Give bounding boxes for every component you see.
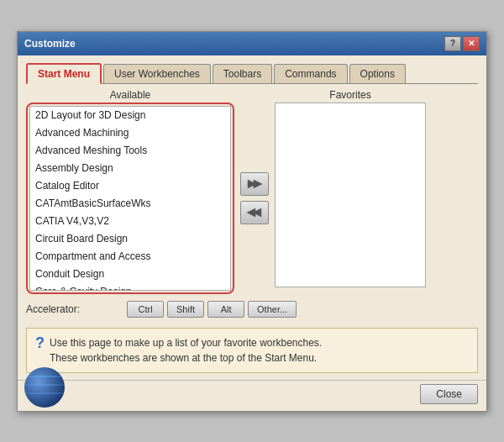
list-item[interactable]: CATAmtBasicSurfaceWks	[30, 195, 230, 213]
info-text-line1: Use this page to make up a list of your …	[50, 335, 322, 350]
close-x-icon: ✕	[468, 39, 475, 48]
tab-user-workbenches[interactable]: User Workbenches	[103, 64, 211, 83]
move-left-button[interactable]	[240, 201, 269, 224]
available-list-box[interactable]: 2D Layout for 3D DesignAdvanced Machinin…	[29, 106, 231, 291]
alt-button[interactable]: Alt	[207, 301, 244, 318]
title-bar-buttons: ? ✕	[444, 36, 480, 51]
list-item[interactable]: Advanced Machining	[30, 124, 230, 142]
help-button[interactable]: ?	[444, 36, 461, 51]
accelerator-row: Accelerator: Ctrl Shift Alt Other...	[26, 297, 478, 321]
favorites-scroll[interactable]	[276, 103, 425, 287]
title-bar: Customize ? ✕	[18, 32, 486, 55]
favorites-header: Favorites	[275, 89, 426, 101]
list-item[interactable]: Core & Cavity Design	[30, 283, 230, 290]
list-item[interactable]: Advanced Meshing Tools	[30, 142, 230, 160]
tab-bar: Start Menu User Workbenches Toolbars Com…	[26, 62, 478, 84]
svg-marker-3	[247, 208, 255, 217]
tab-start-menu[interactable]: Start Menu	[26, 63, 102, 84]
dialog-title: Customize	[24, 38, 76, 50]
available-scroll[interactable]: 2D Layout for 3D DesignAdvanced Machinin…	[30, 107, 230, 290]
transfer-arrows	[238, 89, 271, 291]
available-header: Available	[26, 89, 234, 101]
available-frame: 2D Layout for 3D DesignAdvanced Machinin…	[26, 103, 234, 294]
info-box: ? Use this page to make up a list of you…	[26, 328, 478, 373]
ctrl-button[interactable]: Ctrl	[127, 301, 164, 318]
tab-options[interactable]: Options	[349, 64, 406, 83]
customize-dialog: Customize ? ✕ Start Menu User Workbenche…	[17, 31, 487, 412]
key-buttons: Ctrl Shift Alt Other...	[127, 301, 297, 318]
favorites-list-box[interactable]	[275, 103, 426, 287]
close-dialog-button[interactable]: Close	[420, 384, 478, 404]
shift-button[interactable]: Shift	[167, 301, 204, 318]
svg-marker-1	[254, 180, 262, 188]
other-button[interactable]: Other...	[248, 301, 297, 318]
info-text-line2: These workbenches are shown at the top o…	[50, 350, 322, 366]
window-close-button[interactable]: ✕	[463, 36, 480, 51]
list-item[interactable]: CATIA V4,V3,V2	[30, 213, 230, 230]
list-item[interactable]: Compartment and Access	[30, 248, 230, 266]
tab-commands[interactable]: Commands	[274, 64, 347, 83]
list-item[interactable]: 2D Layout for 3D Design	[30, 107, 230, 124]
tab-toolbars[interactable]: Toolbars	[213, 64, 272, 83]
move-right-button[interactable]	[240, 172, 269, 196]
list-item[interactable]: Catalog Editor	[30, 177, 230, 195]
globe-decoration	[24, 367, 65, 408]
lists-row: Available 2D Layout for 3D DesignAdvance…	[26, 89, 478, 294]
available-section: Available 2D Layout for 3D DesignAdvance…	[26, 89, 234, 294]
list-item[interactable]: Conduit Design	[30, 266, 230, 283]
info-text: Use this page to make up a list of your …	[50, 335, 322, 366]
list-item[interactable]: Assembly Design	[30, 160, 230, 177]
info-icon: ?	[35, 335, 45, 350]
dialog-content: Start Menu User Workbenches Toolbars Com…	[18, 55, 486, 380]
accelerator-label: Accelerator:	[26, 303, 80, 315]
help-icon: ?	[450, 39, 455, 48]
favorites-section: Favorites	[275, 89, 426, 287]
list-item[interactable]: Circuit Board Design	[30, 230, 230, 248]
main-area: Available 2D Layout for 3D DesignAdvance…	[26, 89, 478, 373]
